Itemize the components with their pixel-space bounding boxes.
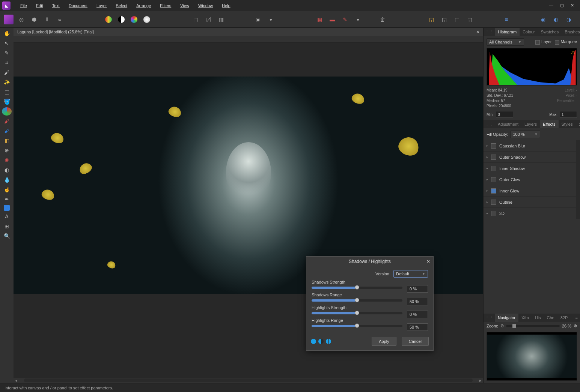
arrange-forward-one-icon[interactable]: ◲ [452,15,462,24]
effect-3d[interactable]: ▸3D [484,208,576,219]
effect-inner-shadow[interactable]: ▸Inner Shadow [484,163,576,174]
mesh-warp-tool-icon[interactable]: ⊞ [2,222,12,230]
maximize-button[interactable]: ▢ [560,3,564,8]
tab-histogram[interactable]: Histogram [495,28,520,36]
export-persona-icon[interactable]: ∝ [55,15,65,24]
tab-brushes[interactable]: Brushes [562,28,580,36]
paint-mixer-tool-icon[interactable]: 🖌 [2,127,12,135]
effect-outer-glow[interactable]: ▸Outer Glow [484,174,576,185]
menu-select[interactable]: Select [111,0,132,11]
arrange-back-one-icon[interactable]: ◱ [439,15,449,24]
tab-chn[interactable]: Chn [544,314,557,322]
hand-tool-icon[interactable]: ✋ [2,29,12,38]
smudge-tool-icon[interactable]: ☝ [2,185,12,194]
boolean-add-icon[interactable]: ◉ [538,15,548,24]
tab-layers[interactable]: Layers [521,120,540,128]
menu-window[interactable]: Window [194,0,217,11]
cancel-button[interactable]: Cancel [402,337,429,346]
document-tab[interactable]: Laguna [Locked] [Modified] (25.8%) [Tria… [14,28,483,36]
tone-map-persona-icon[interactable]: ⦀ [42,15,52,24]
menu-text[interactable]: Text [48,0,64,11]
auto-white-balance-icon[interactable] [142,15,152,24]
tab-navigator[interactable]: Navigator [495,314,518,322]
marquee-tool-icon[interactable]: ⬚ [2,88,12,96]
assistant-icon[interactable]: 🗑 [378,15,387,24]
menu-file[interactable]: File [16,0,32,11]
force-pixel-align-icon[interactable]: ✎ [340,15,350,24]
text-tool-icon[interactable]: A [2,212,12,221]
close-window-button[interactable]: ✕ [571,3,574,8]
snapping-toggle-icon[interactable]: ▬ [327,15,337,24]
auto-levels-icon[interactable] [104,15,113,24]
erase-tool-icon[interactable]: ◧ [2,137,12,145]
dialog-close-icon[interactable]: ✕ [426,259,430,264]
fill-opacity-select[interactable]: 100 %▼ [510,131,540,138]
highlights-range-slider[interactable] [312,325,402,327]
panel-grip-icon[interactable]: ⋮⋮ [484,30,495,35]
tab-styles[interactable]: Styles [559,120,576,128]
preview-mode-split-icon[interactable] [318,339,324,344]
histogram-channel-select[interactable]: All Channels ▼ [487,38,524,46]
selection-invert-icon[interactable]: ⬚̸ [203,15,213,24]
selection-brush-tool-icon[interactable]: 🖌 [2,68,12,77]
shadows-strength-slider[interactable] [312,287,402,289]
alignment-icon[interactable]: ≡ [502,15,511,24]
develop-persona-icon[interactable]: ⬢ [29,15,39,24]
menu-arrange[interactable]: Arrange [132,0,155,11]
navigator-preview[interactable] [487,332,577,381]
tab-adjustment[interactable]: Adjustment [495,120,521,128]
effect-gaussian-blur[interactable]: ▸Gaussian Blur [484,140,576,152]
quick-mask-caret-icon[interactable]: ▾ [266,15,276,24]
colour-picker-tool-icon[interactable]: ✎ [2,49,12,57]
boolean-intersect-icon[interactable]: ◑ [564,15,574,24]
photo-persona-icon[interactable] [4,15,14,24]
tab-32p[interactable]: 32P [557,314,571,322]
effect-outline[interactable]: ▸Outline [484,197,576,208]
zoom-slider[interactable] [506,325,560,327]
tab-stock[interactable]: Stock [575,120,580,128]
menu-filters[interactable]: Filters [155,0,176,11]
dodge-tool-icon[interactable]: ◐ [2,166,12,174]
arrange-move-back-icon[interactable]: ◱ [426,15,436,24]
rectangle-tool-icon[interactable] [4,205,10,211]
tab-xfm[interactable]: Xfm [518,314,532,322]
snapping-caret-icon[interactable]: ▾ [353,15,363,24]
arrange-move-front-icon[interactable]: ◲ [465,15,475,24]
crop-tool-icon[interactable]: ⌗ [2,59,12,67]
shadows-range-value[interactable]: 50 % [407,298,428,305]
highlights-strength-value[interactable]: 0 % [407,311,428,318]
scroll-left-icon[interactable]: ◂ [14,378,19,383]
panel-menu-icon[interactable]: ≡ [573,315,580,320]
panel-grip-icon[interactable]: ⋮⋮ [484,315,495,320]
effect-inner-glow[interactable]: ▸Inner Glow [484,185,576,197]
shadows-strength-value[interactable]: 0 % [407,285,428,293]
horizontal-scrollbar[interactable]: ◂ ▸ [14,378,483,383]
apply-button[interactable]: Apply [372,337,396,346]
zoom-out-icon[interactable]: ⊖ [500,323,504,328]
version-select[interactable]: Default▼ [393,270,428,278]
move-tool-icon[interactable]: ↖ [2,39,12,47]
flood-select-tool-icon[interactable]: ✨ [2,78,12,86]
liquify-persona-icon[interactable]: ◎ [17,15,26,24]
preview-mode-full-icon[interactable] [311,339,316,344]
panel-grip-icon[interactable]: ⋮⋮ [484,122,495,127]
histogram-min-input[interactable] [496,111,513,118]
inpaint-tool-icon[interactable]: ✺ [2,156,12,164]
zoom-in-icon[interactable]: ⊕ [574,323,577,328]
clone-tool-icon[interactable]: ⊕ [2,146,12,155]
document-tab-close-icon[interactable]: ✕ [476,30,479,35]
gradient-tool-icon[interactable] [2,107,12,116]
quick-mask-icon[interactable]: ▣ [253,15,263,24]
tab-swatches[interactable]: Swatches [538,28,562,36]
effects-scrollbar[interactable] [576,140,580,219]
histogram-marquee-toggle[interactable]: Marquee [555,39,577,44]
scroll-right-icon[interactable]: ▸ [478,378,483,383]
selection-refine-icon[interactable]: ▥ [216,15,226,24]
paint-brush-tool-icon[interactable]: 🖌 [2,117,12,125]
effect-outer-shadow[interactable]: ▸Outer Shadow [484,152,576,163]
flood-fill-tool-icon[interactable]: 🪣 [2,98,12,106]
blur-tool-icon[interactable]: 💧 [2,176,12,184]
auto-colours-icon[interactable] [129,15,139,24]
boolean-subtract-icon[interactable]: ◐ [551,15,561,24]
minimize-button[interactable]: — [549,3,553,8]
